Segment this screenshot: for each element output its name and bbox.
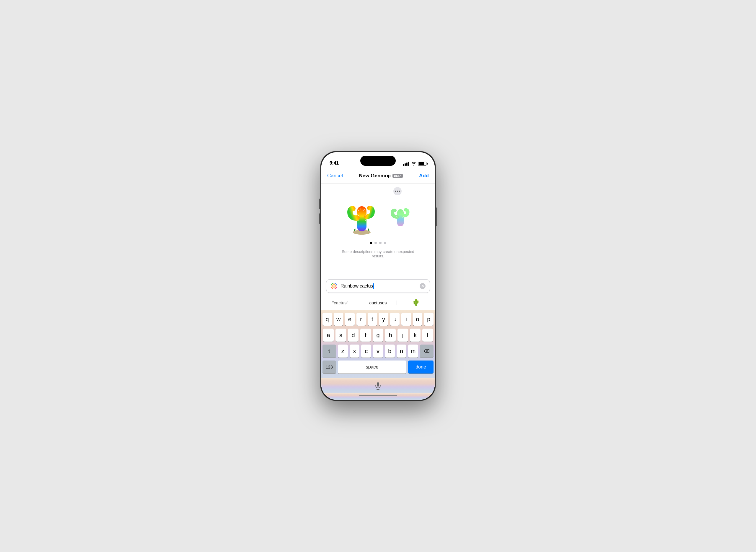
keyboard-row-3: ⇧ z x c v b n m ⌫ bbox=[323, 344, 433, 358]
key-x[interactable]: x bbox=[350, 344, 360, 358]
done-key[interactable]: done bbox=[408, 361, 433, 374]
nav-title-area: New Genmoji BETA bbox=[359, 173, 403, 179]
cancel-button[interactable]: Cancel bbox=[327, 173, 343, 179]
warning-text: Some descriptions may create unexpected … bbox=[327, 247, 429, 263]
page-dot-2[interactable] bbox=[374, 242, 377, 244]
key-p[interactable]: p bbox=[424, 313, 433, 326]
page-dot-4[interactable] bbox=[384, 242, 386, 244]
svg-point-19 bbox=[333, 285, 335, 287]
backspace-key[interactable]: ⌫ bbox=[420, 344, 433, 358]
emoji-preview-area: Some descriptions may create unexpected … bbox=[321, 183, 435, 277]
key-c[interactable]: c bbox=[361, 344, 371, 358]
space-key[interactable]: space bbox=[338, 361, 406, 374]
home-indicator bbox=[359, 395, 397, 396]
dynamic-island bbox=[360, 156, 396, 166]
power-button[interactable] bbox=[435, 208, 437, 226]
autocomplete-cactus-emoji[interactable]: 🌵 bbox=[397, 298, 435, 308]
key-v[interactable]: v bbox=[373, 344, 383, 358]
volume-down-button[interactable] bbox=[319, 214, 321, 224]
key-z[interactable]: z bbox=[338, 344, 348, 358]
keyboard: q w e r t y u i o p a s bbox=[321, 310, 435, 378]
key-r[interactable]: r bbox=[356, 313, 366, 326]
shift-key[interactable]: ⇧ bbox=[323, 344, 336, 358]
key-h[interactable]: h bbox=[385, 328, 396, 341]
keyboard-row-4: 123 space done bbox=[323, 361, 433, 374]
status-time: 9:41 bbox=[330, 160, 339, 166]
clear-button[interactable]: ✕ bbox=[420, 283, 425, 289]
autocomplete-cactuses[interactable]: cactuses bbox=[359, 299, 397, 306]
key-k[interactable]: k bbox=[410, 328, 420, 341]
rainbow-cactus-main bbox=[344, 197, 379, 236]
cactus-preview-container bbox=[344, 197, 412, 236]
key-n[interactable]: n bbox=[397, 344, 407, 358]
nav-title: New Genmoji bbox=[359, 173, 391, 179]
content-area: Some descriptions may create unexpected … bbox=[321, 183, 435, 400]
key-i[interactable]: i bbox=[401, 313, 411, 326]
phone-screen: 9:41 Cancel bbox=[321, 152, 435, 400]
key-j[interactable]: j bbox=[397, 328, 408, 341]
numbers-key[interactable]: 123 bbox=[323, 361, 336, 374]
phone-device: 9:41 Cancel bbox=[321, 151, 435, 401]
key-q[interactable]: q bbox=[323, 313, 332, 326]
beta-badge: BETA bbox=[392, 174, 403, 178]
key-d[interactable]: d bbox=[348, 328, 359, 341]
wifi-icon bbox=[411, 162, 416, 166]
status-icons bbox=[403, 162, 426, 166]
key-l[interactable]: l bbox=[422, 328, 433, 341]
svg-rect-20 bbox=[377, 382, 379, 387]
more-options-button[interactable] bbox=[393, 187, 402, 195]
page-dot-3[interactable] bbox=[379, 242, 382, 244]
microphone-icon bbox=[374, 382, 382, 390]
key-u[interactable]: u bbox=[390, 313, 400, 326]
key-a[interactable]: a bbox=[323, 328, 334, 341]
home-indicator-area bbox=[321, 393, 435, 400]
key-y[interactable]: y bbox=[379, 313, 388, 326]
nav-bar: Cancel New Genmoji BETA Add bbox=[321, 168, 435, 183]
pagination-dots bbox=[370, 242, 386, 244]
key-e[interactable]: e bbox=[345, 313, 354, 326]
key-b[interactable]: b bbox=[385, 344, 395, 358]
key-s[interactable]: s bbox=[336, 328, 346, 341]
keyboard-area: Rainbow cactus ✕ "cactus" cactuses 🌵 q bbox=[321, 277, 435, 400]
search-container: Rainbow cactus ✕ bbox=[326, 279, 430, 293]
microphone-button[interactable] bbox=[373, 381, 383, 391]
autocomplete-cactus-quoted[interactable]: "cactus" bbox=[321, 299, 359, 306]
key-f[interactable]: f bbox=[360, 328, 371, 341]
rainbow-cactus-secondary bbox=[388, 203, 412, 230]
page-dot-1[interactable] bbox=[370, 242, 372, 244]
key-w[interactable]: w bbox=[334, 313, 343, 326]
keyboard-row-2: a s d f g h j k l bbox=[323, 328, 433, 341]
key-t[interactable]: t bbox=[368, 313, 377, 326]
search-input[interactable]: Rainbow cactus bbox=[341, 283, 417, 289]
genmoji-icon bbox=[331, 282, 338, 290]
bottom-area bbox=[321, 378, 435, 393]
search-input-wrapper[interactable]: Rainbow cactus ✕ bbox=[326, 279, 430, 293]
battery-icon bbox=[418, 162, 426, 166]
key-g[interactable]: g bbox=[373, 328, 383, 341]
add-button[interactable]: Add bbox=[419, 173, 429, 179]
volume-up-button[interactable] bbox=[319, 198, 321, 209]
status-bar: 9:41 bbox=[321, 152, 435, 168]
autocomplete-bar: "cactus" cactuses 🌵 bbox=[321, 295, 435, 310]
key-m[interactable]: m bbox=[408, 344, 418, 358]
signal-icon bbox=[403, 162, 409, 166]
key-o[interactable]: o bbox=[413, 313, 422, 326]
keyboard-row-1: q w e r t y u i o p bbox=[323, 313, 433, 326]
